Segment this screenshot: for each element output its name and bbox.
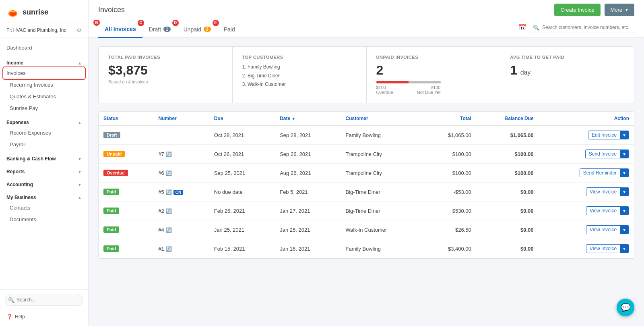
sidebar-section-reports[interactable]: Reports ▼ <box>0 166 88 176</box>
action-dropdown-button[interactable]: ▼ <box>620 207 629 215</box>
sidebar-item-recurring-invoices[interactable]: Recurring Invoices <box>0 79 88 91</box>
table-row: Paid#4🔄Jan 25, 2021Jan 25, 2021Walk-in C… <box>99 220 634 239</box>
action-main-button[interactable]: View Invoice <box>586 188 620 196</box>
recurring-icon: 🔄 <box>166 246 172 252</box>
tab-unpaid[interactable]: Unpaid 2 <box>177 21 217 37</box>
col-number[interactable]: Number <box>153 112 209 126</box>
sidebar-item-payroll[interactable]: Payroll <box>0 139 88 150</box>
customer-2: 2. Big-Time Diner <box>242 72 357 81</box>
cell-number: #1🔄 <box>153 239 209 258</box>
settings-icon[interactable]: ⚙ <box>76 27 82 33</box>
cell-balance-due: $0.00 <box>476 220 539 239</box>
col-action: Action <box>539 112 634 126</box>
action-main-button[interactable]: View Invoice <box>586 245 620 253</box>
cn-badge: CN <box>173 190 183 195</box>
sidebar-search-input[interactable] <box>5 294 83 306</box>
action-main-button[interactable]: View Invoice <box>586 226 620 234</box>
sidebar-item-sunrise-pay[interactable]: Sunrise Pay <box>0 102 88 114</box>
tab-all-invoices[interactable]: All Invoices <box>98 20 142 38</box>
total-paid-sub: Based on 4 invoices <box>108 79 223 84</box>
action-dropdown-button[interactable]: ▼ <box>620 226 629 234</box>
cell-status: Paid <box>99 201 153 220</box>
main-content: Invoices Create Invoice More ▼ B All Inv… <box>89 0 644 326</box>
cell-due: Sep 25, 2021 <box>209 164 275 183</box>
sidebar-section-mybusiness[interactable]: My Business ▲ <box>0 191 88 202</box>
sidebar-section-income[interactable]: Income ▲ <box>0 57 88 67</box>
overdue-amount: $100 <box>376 85 386 90</box>
action-dropdown-button[interactable]: ▼ <box>620 131 629 139</box>
col-status[interactable]: Status <box>99 112 153 126</box>
more-button[interactable]: More ▼ <box>605 4 634 16</box>
sidebar-item-contacts[interactable]: Contacts <box>0 202 88 214</box>
sidebar-item-invoices[interactable]: Invoices <box>3 67 85 79</box>
calendar-icon[interactable]: 📅 <box>518 23 526 31</box>
invoice-search-input[interactable] <box>530 22 634 33</box>
cell-date: Jan 16, 2021 <box>275 239 341 258</box>
reports-label: Reports <box>6 169 25 174</box>
sidebar-help[interactable]: ❓ Help <box>0 310 88 326</box>
cell-total: -$53.00 <box>423 183 476 201</box>
tab-unpaid-badge: 2 <box>204 27 211 32</box>
col-total[interactable]: Total <box>423 112 476 126</box>
action-dropdown-button[interactable]: ▼ <box>620 245 629 253</box>
cell-number: #2🔄 <box>153 201 209 220</box>
sidebar-section-accounting[interactable]: Accounting ▼ <box>0 179 88 189</box>
sidebar-item-documents[interactable]: Documents <box>0 214 88 225</box>
page-title: Invoices <box>98 6 125 14</box>
logo-text: sunrise <box>23 8 48 17</box>
col-customer[interactable]: Customer <box>341 112 423 126</box>
unpaid-bar: $100 Overdue $100 Not Due Yet <box>376 81 491 95</box>
action-main-button[interactable]: View Invoice <box>586 207 620 215</box>
action-dropdown-button[interactable]: ▼ <box>620 188 629 196</box>
cell-customer: Big-Time Diner <box>341 201 423 220</box>
tab-paid-label: Paid <box>224 26 235 33</box>
tab-unpaid-label: Unpaid <box>184 26 201 33</box>
col-balance-due[interactable]: Balance Due <box>476 112 539 126</box>
tab-draft[interactable]: Draft 1 <box>142 21 177 37</box>
cell-customer: Family Bowling <box>341 239 423 258</box>
sort-arrow-icon: ▼ <box>291 116 295 121</box>
col-due[interactable]: Due <box>209 112 275 126</box>
stat-total-paid: TOTAL PAID INVOICES $3,875 Based on 4 in… <box>99 47 233 103</box>
action-split-btn: Send Invoice▼ <box>585 150 629 158</box>
sidebar-item-quotes[interactable]: Quotes & Estimates <box>0 91 88 102</box>
create-invoice-button[interactable]: Create Invoice <box>554 4 601 16</box>
sidebar-section-banking[interactable]: Banking & Cash Flow ▼ <box>0 153 88 163</box>
cell-due: Oct 26, 2021 <box>209 145 275 164</box>
company-selector[interactable]: Fit HVAC and Plumbing, Inc ⚙ <box>0 23 88 38</box>
cell-balance-due: $0.00 <box>476 183 539 201</box>
action-main-button[interactable]: Edit Invoice <box>588 131 620 139</box>
logo-area: sunrise <box>0 0 88 23</box>
tab-search-icon: 🔍 <box>533 24 539 30</box>
sidebar-search-area: 🔍 <box>0 289 88 310</box>
status-badge: Unpaid <box>103 151 125 157</box>
content-area: B All Invoices C Draft 1 D Unpaid 2 <box>89 20 644 326</box>
cell-balance-due: $100.00 <box>476 164 539 183</box>
quotes-label: Quotes & Estimates <box>10 93 56 100</box>
action-main-button[interactable]: Send Invoice <box>586 150 620 158</box>
banking-chevron-icon: ▼ <box>78 157 82 161</box>
cell-customer: Trampoline City <box>341 164 423 183</box>
cell-date: Feb 5, 2021 <box>275 183 341 201</box>
sidebar-item-record-expenses[interactable]: Record Expenses <box>0 127 88 139</box>
status-badge: Overdue <box>103 170 128 176</box>
documents-label: Documents <box>10 216 36 222</box>
cell-action: Edit Invoice▼ <box>539 126 634 145</box>
topbar-actions: Create Invoice More ▼ <box>554 4 634 16</box>
tab-search-area: 📅 🔍 <box>518 22 634 36</box>
tab-paid[interactable]: Paid <box>217 21 242 37</box>
mybusiness-label: My Business <box>6 195 36 200</box>
sidebar-search-icon: 🔍 <box>8 297 14 303</box>
action-main-button[interactable]: Send Reminder <box>580 169 620 177</box>
col-date[interactable]: Date ▼ <box>275 112 341 126</box>
recurring-icon: 🔄 <box>166 189 172 195</box>
bar-labels: $100 Overdue $100 Not Due Yet <box>376 85 441 95</box>
tab-all-label: All Invoices <box>105 26 136 32</box>
sidebar-item-dashboard[interactable]: Dashboard <box>0 41 88 54</box>
sidebar-section-expenses[interactable]: Expenses ▲ <box>0 116 88 127</box>
chat-button[interactable]: 💬 <box>617 299 634 316</box>
cell-status: Paid <box>99 183 153 201</box>
action-dropdown-button[interactable]: ▼ <box>620 169 629 177</box>
action-dropdown-button[interactable]: ▼ <box>620 150 629 158</box>
action-split-btn: View Invoice▼ <box>586 187 629 196</box>
